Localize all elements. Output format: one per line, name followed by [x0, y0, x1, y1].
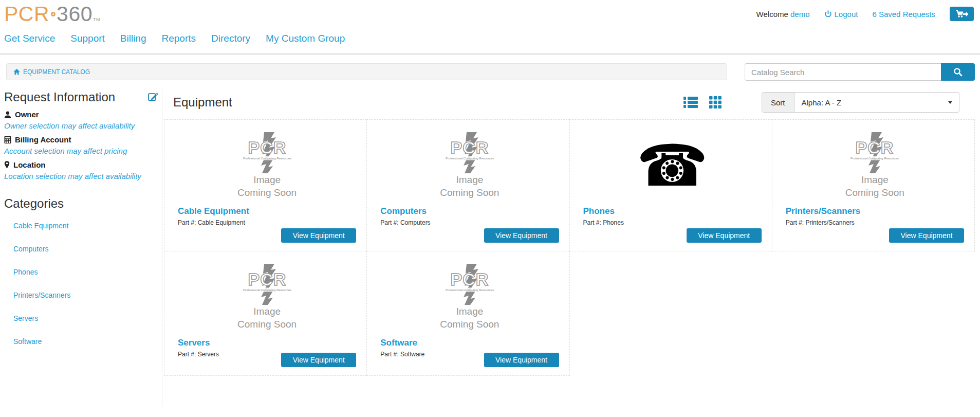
card-title-link[interactable]: Phones [583, 206, 615, 216]
view-toggle [683, 96, 722, 108]
grid-view-icon[interactable] [709, 96, 722, 108]
billing-account-icon [4, 136, 11, 143]
main-panel: Equipment Sort Alpha: A - Z [162, 90, 975, 406]
card-part-number: Part #: Printers/Scanners [786, 219, 964, 226]
welcome-text: Welcome demo [756, 10, 810, 19]
card-cable-equipment: ImageComing Soon Cable Equipment Part #:… [164, 119, 367, 251]
card-part-number: Part #: Phones [583, 219, 762, 226]
card-image: ImageComing Soon [178, 132, 356, 204]
logo-360-text: 360 [57, 2, 93, 26]
search-icon [953, 67, 963, 77]
search-input[interactable] [745, 63, 941, 81]
card-servers: ImageComing Soon Servers Part #: Servers… [164, 251, 367, 376]
location-hint: Location selection may affect availabili… [4, 172, 158, 180]
view-equipment-button[interactable]: View Equipment [281, 228, 356, 243]
chevron-down-icon [948, 101, 952, 104]
sort-label: Sort [762, 93, 794, 112]
breadcrumb-label: EQUIPMENT CATALOG [23, 68, 90, 76]
card-title-link[interactable]: Servers [178, 338, 210, 348]
user-toolbar: Welcome demo Logout 6 Saved Requests [756, 7, 974, 21]
billing-account-label: Billing Account [15, 135, 71, 144]
pcr-placeholder-image [443, 264, 496, 305]
card-title-link[interactable]: Printers/Scanners [786, 206, 861, 216]
sidebar-item-servers[interactable]: Servers [4, 307, 158, 330]
card-image: ImageComing Soon [380, 132, 559, 204]
placeholder-line2: Coming Soon [237, 318, 297, 331]
pcr360-logo: PCR360TM [4, 2, 100, 26]
card-image: ImageComing Soon [786, 132, 964, 204]
nav-directory[interactable]: Directory [211, 33, 250, 44]
card-image: ImageComing Soon [178, 264, 356, 336]
request-information-title: Request Information [4, 90, 115, 104]
card-phones: ☎ Phones Part #: Phones View Equipment [569, 119, 772, 251]
view-equipment-button[interactable]: View Equipment [687, 228, 762, 243]
sidebar-item-phones[interactable]: Phones [4, 261, 158, 284]
sort-value: Alpha: A - Z [802, 98, 842, 107]
placeholder-line2: Coming Soon [237, 187, 297, 200]
sidebar-item-software[interactable]: Software [4, 330, 158, 353]
main-header: Equipment Sort Alpha: A - Z [164, 90, 975, 113]
field-billing-account: Billing Account Account selection may af… [4, 135, 158, 155]
placeholder-line2: Coming Soon [845, 187, 904, 200]
phone-icon: ☎ [636, 132, 708, 200]
placeholder-line1: Image [440, 305, 499, 318]
sort-dropdown[interactable]: Alpha: A - Z [794, 93, 959, 112]
placeholder-line2: Coming Soon [440, 187, 499, 200]
equipment-grid: ImageComing Soon Cable Equipment Part #:… [164, 119, 975, 376]
search-button[interactable] [941, 63, 975, 81]
breadcrumb-row: EQUIPMENT CATALOG [6, 63, 975, 81]
nav-get-service[interactable]: Get Service [4, 33, 55, 44]
view-equipment-button[interactable]: View Equipment [281, 353, 356, 367]
sidebar-item-cable-equipment[interactable]: Cable Equipment [4, 214, 158, 238]
cart-button[interactable] [950, 7, 974, 21]
card-title-link[interactable]: Computers [380, 206, 427, 216]
logout-link[interactable]: Logout [824, 10, 858, 19]
home-icon [13, 68, 20, 75]
breadcrumb-equipment-catalog[interactable]: EQUIPMENT CATALOG [13, 68, 90, 76]
card-title-link[interactable]: Software [380, 338, 417, 348]
location-label: Location [13, 160, 46, 169]
location-icon [4, 161, 10, 169]
view-equipment-button[interactable]: View Equipment [484, 228, 559, 243]
welcome-label: Welcome [756, 10, 788, 19]
view-equipment-button[interactable]: View Equipment [484, 353, 559, 367]
pcr-placeholder-image [241, 264, 294, 305]
list-view-icon[interactable] [683, 96, 698, 108]
top-bar: PCR360TM Welcome demo Logout 6 Saved Req… [0, 0, 980, 27]
nav-reports[interactable]: Reports [162, 33, 196, 44]
username-link[interactable]: demo [790, 10, 810, 19]
breadcrumb: EQUIPMENT CATALOG [6, 63, 727, 80]
sort-control: Sort Alpha: A - Z [762, 92, 959, 113]
page-title: Equipment [173, 95, 232, 110]
nav-support[interactable]: Support [70, 33, 105, 44]
placeholder-line1: Image [237, 174, 297, 187]
owner-label: Owner [15, 110, 39, 119]
sidebar: Request Information Owner Owner selectio… [4, 90, 162, 406]
card-image: ImageComing Soon [380, 264, 559, 336]
placeholder-line2: Coming Soon [440, 318, 499, 331]
catalog-search-group [745, 63, 975, 81]
nav-billing[interactable]: Billing [120, 33, 146, 44]
cart-arrow-icon [955, 10, 969, 19]
edit-request-icon[interactable] [148, 92, 158, 103]
view-equipment-button[interactable]: View Equipment [889, 228, 964, 243]
card-title-link[interactable]: Cable Equipment [178, 206, 249, 216]
categories-title: Categories [4, 196, 158, 211]
user-icon [4, 111, 11, 118]
sidebar-item-computers[interactable]: Computers [4, 238, 158, 261]
nav-my-custom-group[interactable]: My Custom Group [266, 33, 345, 44]
logout-label: Logout [835, 10, 858, 19]
card-software: ImageComing Soon Software Part #: Softwa… [366, 251, 569, 376]
content: Request Information Owner Owner selectio… [0, 81, 980, 406]
power-icon [824, 10, 832, 18]
field-location: Location Location selection may affect a… [4, 160, 158, 180]
card-computers: ImageComing Soon Computers Part #: Compu… [366, 119, 569, 251]
logo-tm-text: TM [93, 17, 100, 22]
main-nav: Get Service Support Billing Reports Dire… [0, 27, 980, 55]
pcr-placeholder-image [241, 132, 294, 173]
logo-degree-icon [51, 12, 56, 16]
saved-requests-link[interactable]: 6 Saved Requests [872, 10, 935, 19]
sidebar-item-printers-scanners[interactable]: Printers/Scanners [4, 284, 158, 307]
owner-hint: Owner selection may affect availability [4, 121, 158, 130]
placeholder-line1: Image [845, 174, 904, 187]
